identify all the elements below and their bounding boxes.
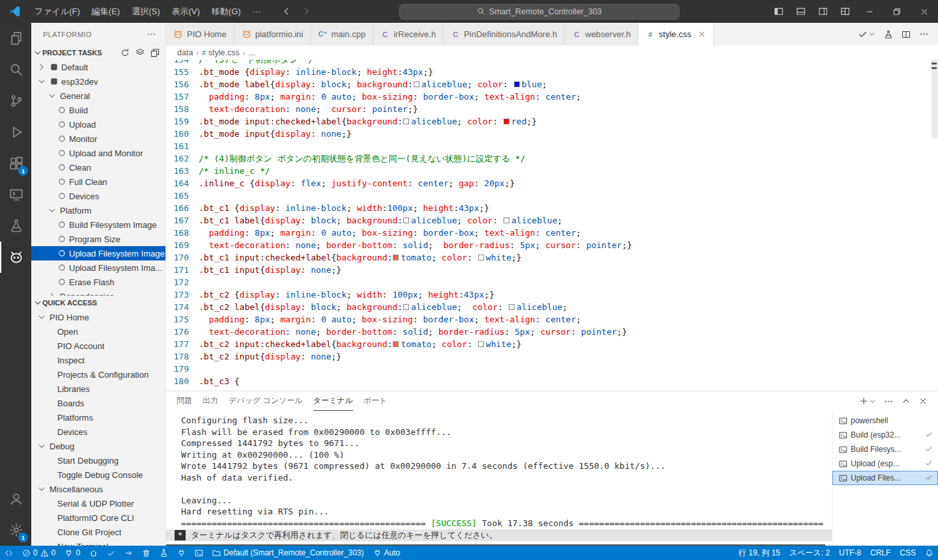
color-swatch[interactable]	[504, 119, 509, 124]
tree-item-platform[interactable]: Platform	[31, 203, 165, 217]
status-remote-indicator[interactable]	[0, 546, 18, 560]
status-pio-port-selector[interactable]: Auto	[369, 546, 405, 560]
status-pio-terminal-button[interactable]	[190, 546, 208, 560]
status-notifications[interactable]	[920, 546, 938, 560]
color-swatch[interactable]	[509, 304, 515, 310]
status-indentation[interactable]: スペース: 2	[785, 546, 834, 560]
tree-item-upload-filesystem-image[interactable]: Upload Filesystem Image	[31, 246, 165, 260]
test-icon[interactable]	[884, 30, 893, 39]
tree-item-new-terminal[interactable]: New Terminal	[31, 539, 165, 546]
activity-remote-explorer[interactable]	[0, 179, 31, 210]
refresh-icon[interactable]	[121, 48, 130, 57]
tree-item-pio-home[interactable]: PIO Home	[31, 310, 165, 324]
activity-accounts[interactable]	[0, 483, 31, 514]
breadcrumb-item[interactable]: data	[177, 48, 193, 57]
tree-item-default[interactable]: Default	[31, 60, 165, 74]
panel-tab-デバッグ コンソール[interactable]: デバッグ コンソール	[229, 391, 303, 411]
toggle-panel-icon[interactable]	[789, 0, 812, 23]
more-actions-icon[interactable]	[884, 397, 894, 406]
tree-item-build[interactable]: Build	[31, 103, 165, 117]
breadcrumb-item[interactable]: ...	[248, 48, 255, 57]
section-quick-access[interactable]: QUICK ACCESS	[31, 296, 165, 310]
terminal-output[interactable]: Configuring flash size...Flash will be e…	[166, 411, 832, 546]
restore-button[interactable]	[883, 0, 911, 23]
maximize-panel-icon[interactable]	[902, 397, 911, 406]
color-swatch[interactable]	[514, 81, 520, 87]
tree-item-debug[interactable]: Debug	[31, 439, 165, 453]
tree-item-erase-flash[interactable]: Erase Flash	[31, 275, 165, 289]
activity-source-control[interactable]	[0, 85, 31, 117]
group-tasks-icon[interactable]	[135, 48, 145, 57]
status-pio-build-button[interactable]	[102, 546, 120, 560]
tree-item-boards[interactable]: Boards	[31, 396, 165, 410]
activity-search[interactable]	[0, 54, 31, 85]
editor-scrollbar[interactable]	[931, 60, 938, 138]
activity-extensions[interactable]: 1	[0, 148, 31, 179]
tree-item-upload-filesystem-ima-[interactable]: Upload Filesystem Ima...	[31, 260, 165, 275]
menu-item[interactable]: ファイル(F)	[29, 0, 86, 23]
breadcrumb-item[interactable]: #style.css	[202, 48, 240, 57]
status-language-mode[interactable]: CSS	[895, 546, 920, 560]
toggle-sidebar-icon[interactable]	[767, 0, 789, 23]
tree-item-program-size[interactable]: Program Size	[31, 232, 165, 246]
color-swatch[interactable]	[414, 81, 419, 87]
run-task-button[interactable]	[858, 29, 875, 39]
tree-item-toggle-debug-console[interactable]: Toggle Debug Console	[31, 468, 165, 482]
tree-item-monitor[interactable]: Monitor	[31, 132, 165, 146]
status-pio-clean-button[interactable]	[137, 546, 155, 560]
more-actions-icon[interactable]	[147, 29, 156, 39]
terminal-instance-upload-files-[interactable]: Upload Files...	[832, 471, 938, 485]
terminal-instance-upload-esp-[interactable]: Upload (esp...	[832, 456, 938, 471]
terminal-instance-build-esp32-[interactable]: Build (esp32...	[832, 428, 938, 442]
activity-manage[interactable]: 1	[0, 514, 31, 546]
activity-explorer[interactable]	[0, 23, 31, 54]
tab-platformio-ini[interactable]: platformio.ini	[234, 23, 311, 46]
color-swatch[interactable]	[393, 255, 399, 260]
section-project-tasks[interactable]: PROJECT TASKS	[31, 46, 165, 60]
color-swatch[interactable]	[403, 304, 409, 310]
tree-item-full-clean[interactable]: Full Clean	[31, 175, 165, 189]
tree-item-platformio-core-cli[interactable]: PlatformIO Core CLI	[31, 511, 165, 525]
split-editor-icon[interactable]	[902, 30, 911, 39]
tree-item-platforms[interactable]: Platforms	[31, 410, 165, 425]
minimize-button[interactable]	[856, 0, 883, 23]
status-pio-test-button[interactable]	[155, 546, 173, 560]
tree-item-open[interactable]: Open	[31, 324, 165, 339]
tree-item-clone-git-project[interactable]: Clone Git Project	[31, 525, 165, 539]
panel-tab-ポート[interactable]: ポート	[363, 391, 388, 411]
tab-style-css[interactable]: #style.css	[638, 23, 714, 46]
toggle-secondary-sidebar-icon[interactable]	[812, 0, 834, 23]
open-editors-icon[interactable]	[150, 48, 160, 57]
tree-item-start-debugging[interactable]: Start Debugging	[31, 453, 165, 468]
status-cursor-position[interactable]: 行 19, 列 15	[734, 546, 785, 560]
menu-item[interactable]: 選択(S)	[126, 0, 165, 23]
tree-item-upload[interactable]: Upload	[31, 117, 165, 132]
tree-item-esp32dev[interactable]: esp32dev	[31, 74, 165, 89]
color-swatch[interactable]	[478, 341, 484, 347]
tree-item-general[interactable]: General	[31, 89, 165, 103]
menu-item[interactable]: ···	[247, 0, 267, 23]
color-swatch[interactable]	[504, 217, 509, 223]
tree-item-devices[interactable]: Devices	[31, 189, 165, 203]
status-pio-serial-monitor-button[interactable]	[173, 546, 190, 560]
status-pio-env-selector[interactable]: Default (Smart_Remote_Controller_303)	[208, 546, 368, 560]
tab-pindefinitionsandmore-h[interactable]: CPinDefinitionsAndMore.h	[444, 23, 565, 46]
tree-item-inspect[interactable]: Inspect	[31, 353, 165, 367]
close-button[interactable]	[911, 0, 938, 23]
activity-run-and-debug[interactable]	[0, 117, 31, 148]
tab-pio-home[interactable]: PIO Home	[166, 23, 234, 46]
status-pio-home-button[interactable]	[85, 546, 102, 560]
color-swatch[interactable]	[478, 255, 484, 260]
status-eol[interactable]: CRLF	[866, 546, 895, 560]
menu-item[interactable]: 移動(G)	[206, 0, 247, 23]
status-encoding[interactable]: UTF-8	[834, 546, 866, 560]
color-swatch[interactable]	[393, 341, 399, 347]
status-ports-count[interactable]: 0	[60, 546, 85, 560]
status-problems[interactable]: 00	[18, 546, 60, 560]
status-pio-upload-button[interactable]	[120, 546, 137, 560]
tab-main-cpp[interactable]: C⁺main.cpp	[311, 23, 373, 46]
panel-tab-問題[interactable]: 問題	[177, 391, 192, 411]
tree-item-serial-udp-plotter[interactable]: Serial & UDP Plotter	[31, 496, 165, 511]
tree-item-clean[interactable]: Clean	[31, 160, 165, 175]
back-icon[interactable]	[281, 7, 291, 16]
